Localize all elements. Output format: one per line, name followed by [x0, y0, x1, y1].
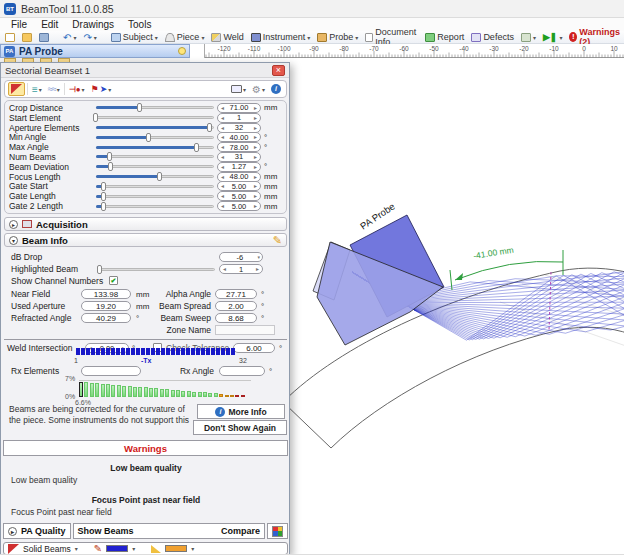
more-info-button[interactable]: iMore Info: [197, 404, 285, 419]
pa-quality-section[interactable]: ▸PA Quality: [3, 523, 71, 539]
undo-button[interactable]: ↶▾: [61, 31, 78, 43]
solid-beams-select[interactable]: Solid Beams: [23, 544, 71, 554]
piece-inner-surface: [331, 327, 624, 448]
info-button[interactable]: i: [269, 82, 283, 96]
rx-angle-field[interactable]: [219, 366, 265, 376]
report-button[interactable]: Report: [423, 31, 466, 43]
menu-edit[interactable]: Edit: [34, 19, 65, 30]
expand-icon[interactable]: ▸: [9, 220, 18, 229]
unit-label: mm: [264, 172, 282, 181]
value-stepper[interactable]: ◄5.00►: [217, 181, 261, 191]
compare-button[interactable]: Compare: [221, 526, 260, 536]
value-stepper[interactable]: ◄71.00►: [217, 103, 261, 113]
window-title: Sectorial Beamset 1: [5, 65, 272, 76]
settings-button[interactable]: ⚙▾: [250, 82, 267, 96]
slider-row-gate-length: Gate Length◄5.00►mm: [9, 192, 282, 201]
beam-color-swatch[interactable]: [106, 545, 128, 552]
linear-options-button[interactable]: ≡▾: [30, 82, 44, 96]
dropdown-arrow-icon: ▾: [73, 34, 76, 41]
warnings-button[interactable]: !Warnings (2)▾: [567, 31, 624, 43]
subject-button[interactable]: Subject▾: [109, 31, 160, 43]
beam-display-bar: Solid Beams ▾ ✎ ▾ ▾: [3, 542, 288, 555]
compare-colors-button[interactable]: [267, 523, 288, 539]
weld-button[interactable]: Weld: [209, 31, 245, 43]
bulb-icon[interactable]: [178, 47, 186, 55]
menu-tools[interactable]: Tools: [121, 19, 158, 30]
window-header[interactable]: Sectorial Beamset 1 ×: [1, 63, 289, 78]
gate-options-button[interactable]: ⊣●▾: [67, 82, 87, 96]
value-stepper[interactable]: ◄48.00►: [217, 172, 261, 182]
svg-text:-10: -10: [549, 45, 559, 52]
highlighted-beam-stepper[interactable]: ◄1►: [219, 264, 263, 274]
instrument-button[interactable]: Instrument▾: [249, 31, 313, 43]
zone-name-field[interactable]: [215, 325, 275, 335]
svg-text:-20: -20: [519, 45, 529, 52]
warning-item-detail: Focus Point past near field: [11, 507, 112, 517]
value-stepper[interactable]: ◄1.27►: [217, 162, 261, 172]
pa-probe-panel-header[interactable]: PA PA Probe: [0, 44, 190, 58]
probe-button[interactable]: Probe▾: [315, 31, 360, 43]
close-button[interactable]: ×: [272, 65, 285, 76]
value-stepper[interactable]: ◄32►: [217, 123, 261, 133]
slider-track[interactable]: [96, 123, 214, 132]
wave-options-button[interactable]: ≈≈▾: [46, 82, 62, 96]
value-stepper[interactable]: ◄1►: [217, 113, 261, 123]
edit-pencil-icon[interactable]: ✎: [273, 234, 282, 247]
slider-track[interactable]: [96, 152, 214, 161]
display-options-button[interactable]: ▾: [229, 82, 248, 96]
warnings-header[interactable]: Warnings: [3, 440, 288, 456]
value-stepper[interactable]: ◄31►: [217, 152, 261, 162]
slider-row-start-element: Start Element◄1►: [9, 113, 282, 122]
slider-track[interactable]: [96, 103, 214, 112]
open-button[interactable]: [20, 31, 34, 43]
beamset-type-button[interactable]: [8, 82, 25, 96]
near-field-value: 133.98: [81, 289, 131, 299]
value-stepper[interactable]: ◄78.00►: [217, 142, 261, 152]
redo-button[interactable]: ↷▾: [81, 31, 98, 43]
curvature-note: Beams are being corrected for the curvat…: [9, 404, 194, 426]
slider-track[interactable]: [96, 113, 214, 122]
menu-drawings[interactable]: Drawings: [65, 19, 121, 30]
menu-file[interactable]: File: [4, 19, 34, 30]
show-channel-numbers-checkbox[interactable]: ✔: [109, 276, 118, 285]
new-button[interactable]: [3, 31, 17, 43]
slider-track[interactable]: [96, 182, 214, 191]
collapse-icon[interactable]: ▾: [9, 236, 18, 245]
defects-icon: [471, 33, 481, 42]
sector-fan-icon: [11, 84, 22, 94]
slider-track[interactable]: [96, 172, 214, 181]
slider-track[interactable]: [96, 162, 214, 171]
piece-button[interactable]: Piece▾: [163, 31, 207, 43]
value-stepper[interactable]: ◄5.00►: [217, 191, 261, 201]
document-info-button[interactable]: Document Info: [363, 31, 420, 43]
svg-text:-30: -30: [489, 45, 499, 52]
slider-track[interactable]: [96, 133, 214, 142]
beam-quality-chart: [79, 380, 251, 397]
dont-show-again-button[interactable]: Don't Show Again: [193, 420, 287, 435]
warning-item-header: Focus Point past near field: [1, 495, 291, 505]
marker-options-button[interactable]: ⚑➤▾: [89, 82, 114, 96]
save-button[interactable]: [37, 31, 51, 43]
horizontal-ruler: -120-110-100-90-80-70-60-50-40-30-20-100…: [204, 44, 624, 58]
wedge-color-swatch[interactable]: [165, 545, 187, 552]
footer-bar: ▸PA Quality Show BeamsCompare: [3, 523, 288, 539]
rx-elements-field[interactable]: [81, 366, 141, 376]
slider-track[interactable]: [96, 143, 214, 152]
acquisition-section-header[interactable]: ▸ Acquisition: [4, 217, 287, 231]
svg-text:-60: -60: [399, 45, 409, 52]
dropdown-arrow-icon: ▾: [533, 34, 536, 41]
slider-track[interactable]: [96, 202, 214, 211]
warning-item-header: Low beam quality: [1, 463, 291, 473]
simulate-button[interactable]: ▶❚▾: [541, 31, 564, 43]
show-beams-bar[interactable]: Show BeamsCompare: [73, 523, 265, 539]
defects-button[interactable]: Defects: [469, 31, 516, 43]
waves-icon: ≈≈: [48, 84, 56, 94]
highlighted-beam-slider[interactable]: [97, 265, 215, 274]
value-stepper[interactable]: ◄5.00►: [217, 201, 261, 211]
slider-track[interactable]: [96, 192, 214, 201]
chart-min-label: 0%: [65, 393, 75, 400]
db-drop-select[interactable]: -6▾: [219, 252, 263, 262]
beam-info-section-header[interactable]: ▾ Beam Info ✎: [4, 233, 287, 247]
image-tools-button[interactable]: ▾: [519, 31, 538, 43]
value-stepper[interactable]: ◄40.00►: [217, 132, 261, 142]
